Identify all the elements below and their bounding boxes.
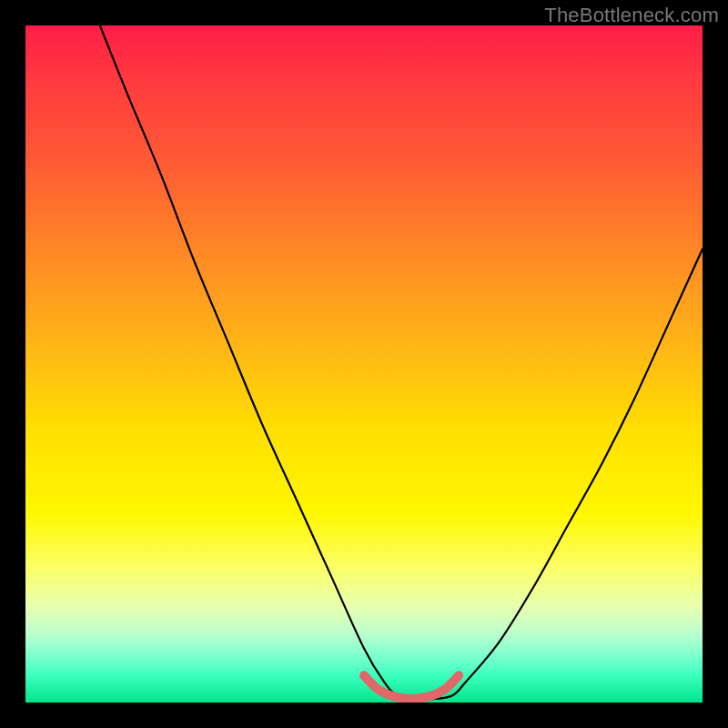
chart-frame: TheBottleneck.com — [0, 0, 728, 728]
watermark-text: TheBottleneck.com — [544, 4, 719, 27]
chart-svg — [25, 25, 703, 703]
chart-plot-area — [25, 25, 703, 703]
curve-line — [100, 25, 703, 700]
valley-highlight-line — [364, 675, 459, 699]
